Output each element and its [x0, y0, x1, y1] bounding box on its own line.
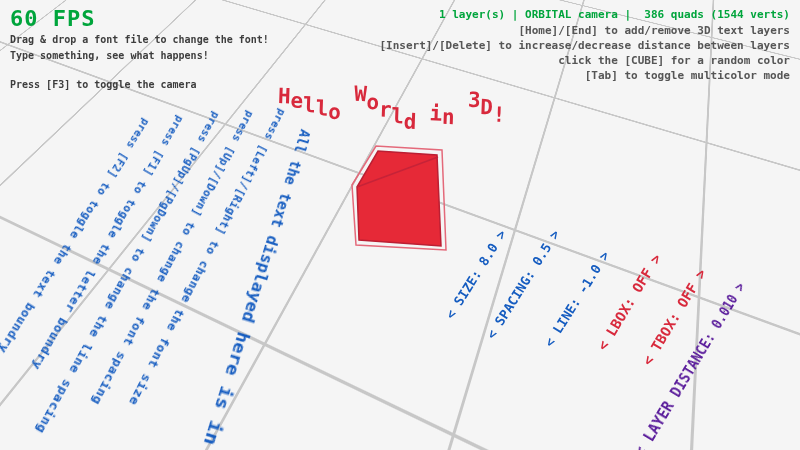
status-line: 1 layer(s) | ORBITAL camera | 386 quads … — [439, 8, 790, 21]
hint-toggle-camera: Press [F3] to toggle the camera — [10, 79, 197, 90]
help-multicolor: [Tab] to toggle multicolor mode — [585, 69, 790, 82]
help-layer-distance: [Insert]/[Delete] to increase/decrease d… — [379, 39, 790, 52]
hint-drag-drop: Drag & drop a font file to change the fo… — [10, 34, 269, 45]
cube-graphic — [0, 0, 800, 450]
help-cube-color: click the [CUBE] for a random color — [558, 54, 790, 67]
help-add-layers: [Home]/[End] to add/remove 3D text layer… — [518, 24, 790, 37]
wave-title-text: Hello World in 3D! — [278, 84, 507, 116]
fps-counter: 60 FPS — [10, 6, 95, 31]
hint-type-something: Type something, see what happens! — [10, 50, 209, 61]
raylib-text-draw-3d-window: press [F2] to toggle the text boundry pr… — [0, 0, 800, 450]
red-cube[interactable] — [352, 146, 446, 250]
